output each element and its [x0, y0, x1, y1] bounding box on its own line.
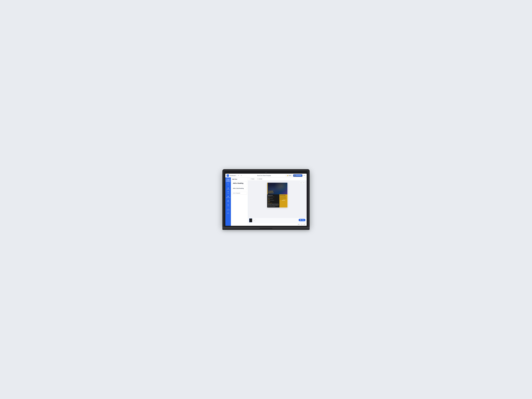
- thumbnail-page-1[interactable]: [249, 218, 252, 222]
- book-right-text: The book will be published on June 24, 2…: [280, 196, 287, 200]
- background-icon: ⊠: [228, 196, 229, 197]
- genre-title: Genre: [268, 198, 279, 198]
- book-cover-overlay: Cosmic Balance: [267, 183, 287, 194]
- camera-notch: [266, 172, 266, 173]
- uploads-icon: ↑: [228, 208, 228, 209]
- dashboard-link[interactable]: Dashboard: [230, 175, 235, 176]
- book-left-section: Shauna Laurens 222 555 7777 shaunalauren…: [267, 194, 279, 208]
- canvas-scroll[interactable]: ⊞ ⧉: [248, 181, 307, 218]
- share-button[interactable]: 👑 Share: [286, 175, 293, 177]
- add-page-button[interactable]: +: [253, 219, 256, 222]
- genre-content: Fantasy, Crime, Drama: [268, 198, 279, 199]
- download-button[interactable]: 👑 Download: [293, 174, 302, 177]
- screen: T Dashboard ↩ ↪ Book One Sheet Template …: [225, 174, 307, 226]
- more-options-button[interactable]: •••: [303, 174, 305, 177]
- crown-icon: 👑: [287, 175, 288, 176]
- zoom-circle: ○: [249, 224, 250, 225]
- book-template-card[interactable]: Cosmic Balance Shauna Laurens: [267, 183, 287, 208]
- resize-button[interactable]: ⤢ Resize: [249, 178, 255, 180]
- fit-button[interactable]: Fit: [298, 223, 300, 225]
- resize-icon: ⤢: [250, 178, 251, 179]
- sidebar-label-text: Text: [228, 193, 229, 194]
- sidebar-item-graphics[interactable]: ◈ Graphics: [226, 187, 231, 190]
- sidebar-label-background: Background: [226, 197, 230, 198]
- themes-content: Revenge, Love, Supernatural: [268, 200, 279, 201]
- text-icon: T: [228, 191, 229, 193]
- more-icon: •••: [228, 212, 228, 213]
- canvas-toolbar: ⤢ Resize ✦ Animate: [248, 177, 307, 181]
- logo-icon: ⊙: [228, 204, 229, 205]
- sidebar-item-uploads[interactable]: ↑ Uploads: [226, 207, 231, 211]
- bottom-controls: ○ Fit ∧ ⊡: [248, 223, 307, 226]
- expand-button[interactable]: ⊞: [300, 182, 302, 184]
- laptop-hinge: [222, 227, 310, 228]
- panel-header: Add Text: [231, 177, 248, 181]
- book-contact: 222 555 7777 shaunalaurens@zmail.com: [268, 196, 279, 197]
- crown-icon-download: 👑: [294, 175, 296, 176]
- chat-icon: 💬: [300, 219, 301, 221]
- sidebar-item-more[interactable]: ••• More: [226, 211, 231, 214]
- page-count: ⊡: [303, 223, 305, 225]
- sidebar-item-logo[interactable]: ⊙ Logo: [226, 203, 231, 207]
- sidebar-item-text[interactable]: T Text: [226, 190, 231, 195]
- undo-button[interactable]: ↩: [237, 174, 240, 177]
- audience-title: Audience: [268, 201, 279, 202]
- book-cover: Cosmic Balance: [267, 183, 287, 194]
- sidebar-item-tables[interactable]: ⊟ Tables: [226, 199, 231, 203]
- add-paragraph-option[interactable]: Add a Paragraph: [232, 192, 247, 195]
- screen-bezel: T Dashboard ↩ ↪ Book One Sheet Template …: [224, 171, 308, 227]
- canvas-controls: ⊞ ⧉: [300, 182, 305, 184]
- tables-icon: ⊟: [228, 200, 229, 201]
- laptop-body: T Dashboard ↩ ↪ Book One Sheet Template …: [222, 169, 310, 227]
- sidebar: ⊞ Templates ✏ Fill ◈ Graphics T: [225, 177, 231, 226]
- zoom-up-button[interactable]: ∧: [301, 223, 303, 225]
- laptop-base: [222, 228, 310, 229]
- top-bar: T Dashboard ↩ ↪ Book One Sheet Template …: [225, 174, 307, 177]
- thumbnail-strip: +: [248, 218, 307, 223]
- templates-icon: ⊞: [228, 179, 229, 180]
- book-title-line2: Balance: [268, 192, 273, 194]
- laptop-foot: [222, 229, 310, 230]
- redo-button[interactable]: ↪: [240, 174, 242, 177]
- top-bar-actions: 👑 Share 👑 Download •••: [286, 174, 305, 177]
- undo-redo-group: ↩ ↪: [237, 174, 242, 177]
- sidebar-label-uploads: Uploads: [227, 209, 229, 210]
- sidebar-label-logo: Logo: [227, 205, 229, 206]
- sidebar-label-templates: Templates: [226, 181, 230, 182]
- graphics-icon: ◈: [228, 187, 229, 189]
- add-heading-option[interactable]: Add a Heading: [232, 181, 247, 185]
- sidebar-label-graphics: Graphics: [227, 189, 230, 190]
- book-info-section: Shauna Laurens 222 555 7777 shaunalauren…: [267, 194, 287, 208]
- sidebar-label-more: More: [227, 213, 229, 214]
- canvas-area: ⤢ Resize ✦ Animate ⊞: [248, 177, 307, 226]
- copy-button[interactable]: ⧉: [303, 182, 305, 184]
- sidebar-label-tables: Tables: [227, 201, 229, 202]
- sidebar-item-templates[interactable]: ⊞ Templates: [226, 178, 231, 182]
- themes-title: Themes: [268, 199, 279, 200]
- main-area: ⊞ Templates ✏ Fill ◈ Graphics T: [225, 177, 307, 226]
- add-subheading-option[interactable]: Add a Sub-Heading: [232, 187, 247, 190]
- laptop-base-indent: [260, 228, 272, 229]
- audience-content: Ages 18+: [268, 202, 279, 203]
- book-title-area: Cosmic Balance: [268, 190, 273, 194]
- chat-button[interactable]: 💬 Chat: [299, 219, 305, 221]
- fill-icon: ✏: [228, 183, 229, 184]
- left-panel: Add Text Add a Heading Add a Sub-Heading…: [231, 177, 248, 226]
- sidebar-item-background[interactable]: ⊠ Background: [226, 195, 231, 199]
- animate-icon: ✦: [257, 178, 258, 179]
- logo-button[interactable]: T: [227, 174, 229, 177]
- author-bio-text: Shauna Laurens is a 29-year-old female w…: [268, 203, 279, 207]
- doc-title: Book One Sheet Template: [243, 175, 285, 176]
- book-author-name: Shauna Laurens: [268, 195, 279, 196]
- book-right-section: About the Book The book will be publishe…: [279, 194, 287, 208]
- author-bio-title: About the Author: [268, 203, 279, 203]
- animate-button[interactable]: ✦ Animate: [256, 178, 263, 180]
- book-right-heading: About the Book: [280, 195, 287, 196]
- sidebar-item-fill[interactable]: ✏ Fill: [226, 182, 231, 186]
- book-title-line1: Cosmic: [268, 190, 273, 192]
- sidebar-label-fill: Fill: [228, 185, 229, 186]
- laptop-container: T Dashboard ↩ ↪ Book One Sheet Template …: [222, 169, 310, 230]
